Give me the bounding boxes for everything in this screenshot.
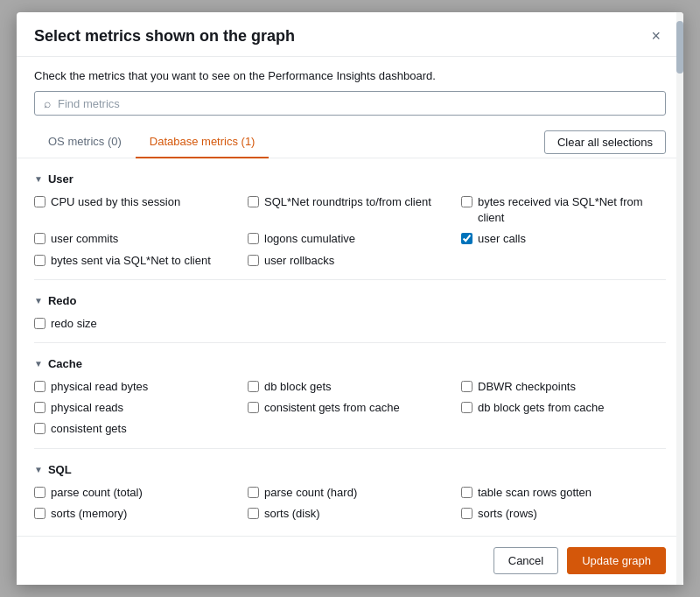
section-sql-title: SQL (48, 463, 72, 476)
search-bar: ⌕ (34, 91, 666, 116)
collapse-cache-icon: ▼ (34, 359, 43, 369)
metric-label-bytes-received[interactable]: bytes received via SQL*Net from client (478, 194, 666, 226)
scrollbar-track (676, 12, 683, 585)
metric-checkbox-sorts-memory[interactable] (34, 508, 46, 519)
metric-checkbox-sqlnet-roundtrips[interactable] (248, 196, 259, 207)
tab-database-metrics[interactable]: Database metrics (1) (136, 126, 270, 158)
section-cache-title: Cache (48, 357, 82, 370)
metric-checkbox-logons-cumulative[interactable] (248, 233, 259, 244)
section-cache: ▼ Cache physical read bytes db block get… (34, 357, 666, 438)
metric-table-scan-rows: table scan rows gotten (461, 485, 666, 501)
metric-checkbox-bytes-sent[interactable] (34, 255, 46, 266)
metric-db-block-gets-cache: db block gets from cache (461, 400, 666, 416)
metric-checkbox-dbwr-checkpoints[interactable] (461, 381, 472, 392)
metric-consistent-gets-cache: consistent gets from cache (248, 400, 452, 416)
tab-os-metrics[interactable]: OS metrics (0) (34, 126, 136, 158)
modal-description: Check the metrics that you want to see o… (17, 57, 683, 91)
close-button[interactable]: × (646, 26, 666, 46)
metric-label-dbwr-checkpoints[interactable]: DBWR checkpoints (478, 379, 576, 395)
redo-metrics-grid: redo size (34, 316, 666, 332)
metric-checkbox-physical-reads[interactable] (34, 402, 46, 413)
modal-body: ▼ User CPU used by this session SQL*Net … (17, 158, 683, 536)
metric-label-user-commits[interactable]: user commits (51, 231, 118, 247)
metric-cpu-session: CPU used by this session (34, 194, 239, 226)
metric-checkbox-db-block-gets-cache[interactable] (461, 402, 472, 413)
clear-all-button[interactable]: Clear all selections (544, 130, 666, 154)
metric-label-logons-cumulative[interactable]: logons cumulative (264, 231, 355, 247)
section-redo-header[interactable]: ▼ Redo (34, 294, 666, 307)
metric-label-sorts-rows[interactable]: sorts (rows) (478, 506, 537, 522)
section-redo-title: Redo (48, 294, 77, 307)
metric-label-user-calls[interactable]: user calls (478, 231, 526, 247)
metric-db-block-gets: db block gets (248, 379, 452, 395)
section-sql: ▼ SQL parse count (total) parse count (h… (34, 463, 666, 522)
metric-checkbox-cpu-session[interactable] (34, 196, 46, 207)
sql-metrics-grid: parse count (total) parse count (hard) t… (34, 485, 666, 522)
update-graph-button[interactable]: Update graph (567, 547, 666, 574)
search-icon: ⌕ (44, 96, 51, 110)
scrollbar-thumb[interactable] (676, 21, 683, 74)
metric-checkbox-consistent-gets[interactable] (34, 423, 46, 434)
metric-checkbox-sorts-disk[interactable] (248, 508, 259, 519)
metric-label-sqlnet-roundtrips[interactable]: SQL*Net roundtrips to/from client (264, 194, 431, 210)
metric-label-sorts-disk[interactable]: sorts (disk) (264, 506, 320, 522)
metric-sorts-memory: sorts (memory) (34, 506, 239, 522)
user-metrics-grid: CPU used by this session SQL*Net roundtr… (34, 194, 666, 269)
metric-label-user-rollbacks[interactable]: user rollbacks (264, 253, 334, 269)
metric-sqlnet-roundtrips: SQL*Net roundtrips to/from client (248, 194, 452, 226)
metric-user-commits: user commits (34, 231, 239, 247)
metric-checkbox-redo-size[interactable] (34, 318, 46, 329)
tabs-row: OS metrics (0) Database metrics (1) Clea… (17, 126, 683, 158)
metric-checkbox-physical-read-bytes[interactable] (34, 381, 46, 392)
metric-checkbox-user-commits[interactable] (34, 233, 46, 244)
metric-label-cpu-session[interactable]: CPU used by this session (51, 194, 180, 210)
modal-title: Select metrics shown on the graph (34, 27, 295, 46)
metric-sorts-rows: sorts (rows) (461, 506, 666, 522)
tabs-container: OS metrics (0) Database metrics (1) (34, 126, 269, 158)
metric-checkbox-sorts-rows[interactable] (461, 508, 472, 519)
metric-user-calls: user calls (461, 231, 666, 247)
metric-label-redo-size[interactable]: redo size (51, 316, 97, 332)
metric-label-db-block-gets-cache[interactable]: db block gets from cache (478, 400, 605, 416)
metric-checkbox-db-block-gets[interactable] (248, 381, 259, 392)
metric-checkbox-consistent-gets-cache[interactable] (248, 402, 259, 413)
metric-label-db-block-gets[interactable]: db block gets (264, 379, 332, 395)
metric-label-sorts-memory[interactable]: sorts (memory) (51, 506, 127, 522)
metric-label-consistent-gets[interactable]: consistent gets (51, 421, 127, 437)
metric-label-table-scan-rows[interactable]: table scan rows gotten (478, 485, 592, 501)
modal-overlay: Select metrics shown on the graph × Chec… (0, 0, 700, 597)
metric-physical-read-bytes: physical read bytes (34, 379, 239, 395)
metric-checkbox-table-scan-rows[interactable] (461, 487, 472, 498)
metric-parse-count-hard: parse count (hard) (248, 485, 452, 501)
metric-parse-count-total: parse count (total) (34, 485, 239, 501)
metric-logons-cumulative: logons cumulative (248, 231, 452, 247)
section-redo: ▼ Redo redo size (34, 294, 666, 332)
metric-checkbox-user-calls[interactable] (461, 233, 472, 244)
cache-metrics-grid: physical read bytes db block gets DBWR c… (34, 379, 666, 438)
metric-label-consistent-gets-cache[interactable]: consistent gets from cache (264, 400, 400, 416)
search-input[interactable] (58, 97, 656, 110)
collapse-icon: ▼ (34, 174, 43, 184)
metric-label-parse-count-total[interactable]: parse count (total) (51, 485, 143, 501)
metric-label-physical-read-bytes[interactable]: physical read bytes (51, 379, 148, 395)
section-user: ▼ User CPU used by this session SQL*Net … (34, 172, 666, 269)
modal-footer: Cancel Update graph (17, 536, 683, 585)
metric-bytes-sent: bytes sent via SQL*Net to client (34, 253, 239, 269)
section-user-header[interactable]: ▼ User (34, 172, 666, 186)
metric-physical-reads: physical reads (34, 400, 239, 416)
metric-checkbox-parse-count-total[interactable] (34, 487, 46, 498)
section-sql-header[interactable]: ▼ SQL (34, 463, 666, 476)
metric-label-bytes-sent[interactable]: bytes sent via SQL*Net to client (51, 253, 211, 269)
collapse-sql-icon: ▼ (34, 465, 43, 474)
modal-header: Select metrics shown on the graph × (17, 12, 683, 57)
metric-label-physical-reads[interactable]: physical reads (51, 400, 123, 416)
cancel-button[interactable]: Cancel (494, 547, 558, 574)
metric-redo-size: redo size (34, 316, 239, 332)
metric-checkbox-parse-count-hard[interactable] (248, 487, 259, 498)
metric-checkbox-user-rollbacks[interactable] (248, 255, 259, 266)
metric-label-parse-count-hard[interactable]: parse count (hard) (264, 485, 357, 501)
metric-checkbox-bytes-received[interactable] (461, 196, 472, 207)
metric-user-rollbacks: user rollbacks (248, 253, 452, 269)
metric-bytes-received: bytes received via SQL*Net from client (461, 194, 666, 226)
section-cache-header[interactable]: ▼ Cache (34, 357, 666, 370)
